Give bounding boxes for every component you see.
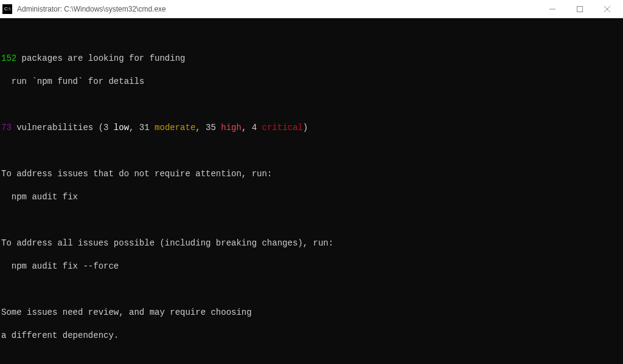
vulnerabilities-line: 73 vulnerabilities (3 low, 31 moderate, … (1, 122, 622, 134)
address-line1: To address issues that do not require at… (1, 168, 622, 180)
fix-line1: npm audit fix (1, 191, 622, 203)
close-button[interactable] (593, 0, 621, 18)
review-line2: a different dependency. (1, 330, 622, 342)
svg-rect-1 (577, 6, 582, 12)
minimize-button[interactable] (538, 0, 566, 18)
review-line1: Some issues need review, and may require… (1, 307, 622, 318)
terminal-body[interactable]: 152 packages are looking for funding run… (0, 18, 623, 364)
maximize-button[interactable] (566, 0, 593, 18)
window-title: Administrator: C:\Windows\system32\cmd.e… (17, 5, 538, 13)
titlebar: C:\ Administrator: C:\Windows\system32\c… (0, 0, 623, 18)
address-line2: To address all issues possible (includin… (1, 238, 622, 249)
fix-line2: npm audit fix --force (1, 261, 622, 272)
funding-line1: 152 packages are looking for funding (1, 53, 622, 64)
cmd-icon: C:\ (2, 4, 12, 14)
funding-line2: run `npm fund` for details (1, 76, 622, 88)
window-controls (538, 0, 621, 18)
